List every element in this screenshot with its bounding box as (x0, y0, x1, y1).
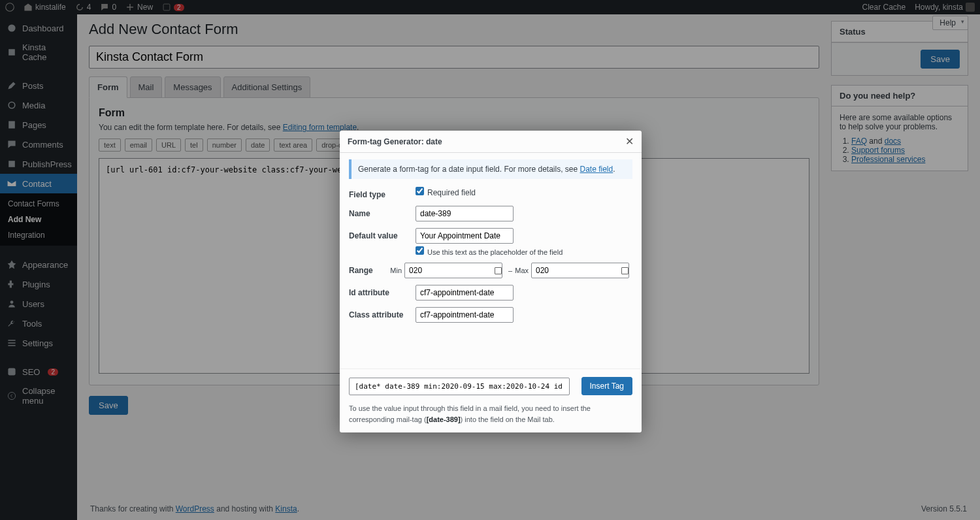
max-date-input[interactable] (531, 263, 629, 278)
close-icon[interactable]: ✕ (625, 135, 634, 148)
form-tag-dialog: Form-tag Generator: date ✕ Generate a fo… (340, 131, 642, 432)
placeholder-text: Use this text as the placeholder of the … (427, 248, 563, 256)
calendar-icon[interactable] (495, 267, 502, 274)
id-input[interactable] (416, 285, 514, 301)
label-field-type: Field type (349, 187, 416, 199)
dialog-footer-note: To use the value input through this fiel… (340, 403, 642, 432)
label-default: Default value (349, 228, 416, 240)
name-input[interactable] (416, 206, 514, 221)
min-date-input[interactable] (404, 263, 502, 278)
required-checkbox[interactable] (416, 187, 424, 195)
required-checkbox-label[interactable]: Required field (416, 188, 476, 197)
max-label: Max (515, 267, 529, 274)
date-field-link[interactable]: Date field (580, 165, 613, 174)
label-id: Id attribute (349, 285, 416, 297)
label-range: Range (349, 263, 390, 275)
default-input[interactable] (416, 228, 514, 244)
placeholder-checkbox[interactable] (416, 246, 424, 255)
required-text: Required field (427, 188, 476, 197)
output-tag-input[interactable] (349, 378, 570, 395)
label-name: Name (349, 206, 416, 218)
class-input[interactable] (416, 307, 514, 323)
calendar-icon[interactable] (621, 267, 629, 274)
dialog-info: Generate a form-tag for a date input fie… (349, 159, 632, 179)
placeholder-checkbox-label[interactable]: Use this text as the placeholder of the … (416, 248, 563, 256)
dialog-title: Form-tag Generator: date (348, 137, 442, 146)
min-label: Min (390, 267, 402, 274)
label-class: Class attribute (349, 307, 416, 319)
insert-tag-button[interactable]: Insert Tag (581, 377, 632, 395)
